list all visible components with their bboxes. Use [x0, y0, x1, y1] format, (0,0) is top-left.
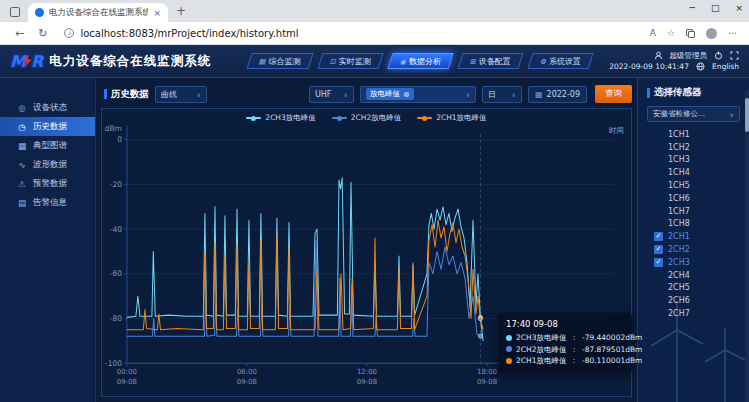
sensor-panel-title: 选择传感器: [638, 86, 749, 99]
nav-analysis-button[interactable]: ◉数据分析: [387, 53, 453, 69]
sensor-label: 2CH7: [668, 309, 690, 318]
nav-device-config-button[interactable]: ⊞设备配置: [457, 53, 523, 69]
sensor-label: 1CH1: [668, 130, 690, 139]
sensor-row-1ch2[interactable]: 1CH2: [638, 141, 749, 154]
browser-tab-strip: 电力设备综合在线监测系统 × + ─ □ ×: [0, 0, 749, 22]
back-icon[interactable]: ←: [15, 27, 24, 40]
sensor-row-1ch3[interactable]: 1CH3: [638, 154, 749, 167]
sensor-row-1ch6[interactable]: 1CH6: [638, 192, 749, 205]
sensor-row-1ch1[interactable]: 1CH1: [638, 128, 749, 141]
chevron-down-icon: ∨: [344, 91, 348, 98]
app-title: 电力设备综合在线监测系统: [49, 53, 211, 70]
browser-menu-icon[interactable]: ⋯: [728, 28, 737, 38]
sensor-row-1ch4[interactable]: 1CH4: [638, 166, 749, 179]
svg-text:-80: -80: [110, 314, 122, 323]
app-root: M R 电力设备综合在线监测系统 ▤综合监测 ⊡实时监测 ◉数据分析 ⊞设备配: [0, 45, 749, 402]
screen: 电力设备综合在线监测系统 × + ─ □ × ← ↻ i localhost:8…: [0, 0, 749, 402]
nav-realtime-button[interactable]: ⊡实时监测: [317, 53, 383, 69]
sensor-row-1ch7[interactable]: 1CH7: [638, 205, 749, 218]
query-button[interactable]: 查询: [595, 85, 632, 103]
band-select[interactable]: UHF∨: [309, 86, 354, 103]
metric-multiselect[interactable]: 放电峰值 ⊗ ∨: [360, 86, 476, 103]
sensor-row-2ch5[interactable]: 2CH5: [638, 282, 749, 295]
sidebar-item-warning-data[interactable]: ⚠ 预警数据: [0, 174, 95, 193]
checkbox-checked-icon[interactable]: ✓: [654, 232, 663, 241]
tab-favicon-icon: [35, 8, 44, 17]
sidebar-item-device-status[interactable]: ◎ 设备状态: [0, 98, 95, 117]
device-status-icon: ◎: [17, 103, 27, 113]
checkbox-checked-icon[interactable]: ✓: [654, 258, 663, 267]
favorite-star-icon[interactable]: ☆: [667, 28, 675, 38]
title-accent-bar: [104, 89, 107, 99]
sensor-label: 2CH3: [668, 258, 690, 267]
legend-item[interactable]: 2CH1放电峰值: [417, 113, 486, 123]
station-select[interactable]: 安徽省检修公...∨: [647, 106, 740, 122]
legend-item[interactable]: 2CH3放电峰值: [246, 113, 315, 123]
sensor-label: 2CH1: [668, 232, 690, 241]
sidebar-item-typical-atlas[interactable]: ▦ 典型图谱: [0, 136, 95, 155]
chevron-down-icon: ∨: [512, 91, 516, 98]
sensor-label: 1CH5: [668, 181, 690, 190]
scrollbar-thumb[interactable]: [745, 98, 749, 132]
sidebar-item-alarm-info[interactable]: ▤ 告警信息: [0, 193, 95, 212]
sensor-row-2ch2[interactable]: ✓2CH2: [638, 243, 749, 256]
remove-tag-icon[interactable]: ⊗: [403, 90, 410, 99]
date-picker[interactable]: ▦ 2022-09: [528, 86, 587, 103]
browser-profile-avatar[interactable]: [706, 28, 717, 39]
chart-tooltip: 17:40 09-08 2CH3放电峰值：-79.440002dBm 2CH2放…: [498, 313, 632, 373]
chart-type-select[interactable]: 曲线∨: [155, 86, 207, 103]
language-toggle[interactable]: English: [712, 61, 739, 72]
title-accent-bar: [647, 88, 650, 98]
sensor-panel: 选择传感器 安徽省检修公...∨ 1CH11CH21CH31CH41CH51CH…: [637, 78, 749, 402]
sensor-row-2ch3[interactable]: ✓2CH3: [638, 256, 749, 269]
typical-atlas-icon: ▦: [17, 141, 27, 151]
svg-text:dBm: dBm: [105, 123, 122, 132]
sensor-row-2ch6[interactable]: 2CH6: [638, 294, 749, 307]
nav-overview-button[interactable]: ▤综合监测: [247, 53, 314, 69]
tab-search-icon[interactable]: [10, 7, 20, 17]
nav-system-settings-button[interactable]: ⚙系统设置: [527, 53, 593, 69]
realtime-icon: ⊡: [330, 57, 336, 65]
period-select[interactable]: 日∨: [482, 86, 522, 103]
new-tab-button[interactable]: +: [176, 4, 186, 18]
alarm-info-icon: ▤: [17, 198, 27, 208]
refresh-icon[interactable]: ↻: [38, 27, 47, 40]
fullscreen-icon[interactable]: [730, 51, 739, 60]
sensor-row-2ch1[interactable]: ✓2CH1: [638, 230, 749, 243]
svg-text:-60: -60: [110, 269, 122, 278]
sensor-row-1ch5[interactable]: 1CH5: [638, 179, 749, 192]
power-icon[interactable]: [714, 51, 723, 60]
waveform-data-icon: ∿: [17, 160, 27, 170]
read-aloud-icon[interactable]: A: [650, 28, 656, 38]
legend-item[interactable]: 2CH2放电峰值: [332, 113, 401, 123]
window-maximize-button[interactable]: □: [711, 3, 720, 13]
browser-address-bar: ← ↻ i localhost:8083/mrProject/index/his…: [0, 22, 749, 45]
url-field[interactable]: localhost:8083/mrProject/index/history.h…: [80, 28, 649, 39]
checkbox-checked-icon[interactable]: ✓: [654, 245, 663, 254]
globe-icon: [696, 62, 705, 71]
sensor-label: 1CH2: [668, 143, 690, 152]
logo-letter-r: R: [31, 52, 41, 71]
chart-toolbar: 历史数据 曲线∨ UHF∨ 放电峰值 ⊗ ∨: [101, 84, 632, 104]
collections-icon[interactable]: [686, 29, 695, 38]
checkbox-slot: [654, 271, 663, 280]
svg-text:-20: -20: [110, 180, 122, 189]
sensor-row-2ch7[interactable]: 2CH7: [638, 307, 749, 320]
window-minimize-button[interactable]: ─: [690, 3, 695, 13]
username[interactable]: 超级管理员: [670, 50, 708, 61]
tab-title: 电力设备综合在线监测系统: [49, 7, 148, 19]
site-info-icon[interactable]: i: [64, 28, 74, 38]
window-close-button[interactable]: ×: [735, 3, 743, 13]
sensor-row-1ch8[interactable]: 1CH8: [638, 218, 749, 231]
main-content: 历史数据 曲线∨ UHF∨ 放电峰值 ⊗ ∨: [96, 78, 637, 402]
checkbox-slot: [654, 143, 663, 152]
svg-text:06:00: 06:00: [237, 367, 258, 376]
sidebar-item-waveform-data[interactable]: ∿ 波形数据: [0, 155, 95, 174]
tab-close-icon[interactable]: ×: [153, 8, 161, 18]
svg-text:12:00: 12:00: [357, 367, 378, 376]
browser-tab[interactable]: 电力设备综合在线监测系统 ×: [28, 3, 168, 22]
sidebar-item-history-data[interactable]: ◷ 历史数据: [0, 117, 95, 136]
sensor-row-2ch4[interactable]: 2CH4: [638, 269, 749, 282]
app-body: ◎ 设备状态 ◷ 历史数据 ▦ 典型图谱 ∿ 波形数据 ⚠ 预警数据: [0, 78, 749, 402]
calendar-icon: ▦: [535, 90, 543, 99]
